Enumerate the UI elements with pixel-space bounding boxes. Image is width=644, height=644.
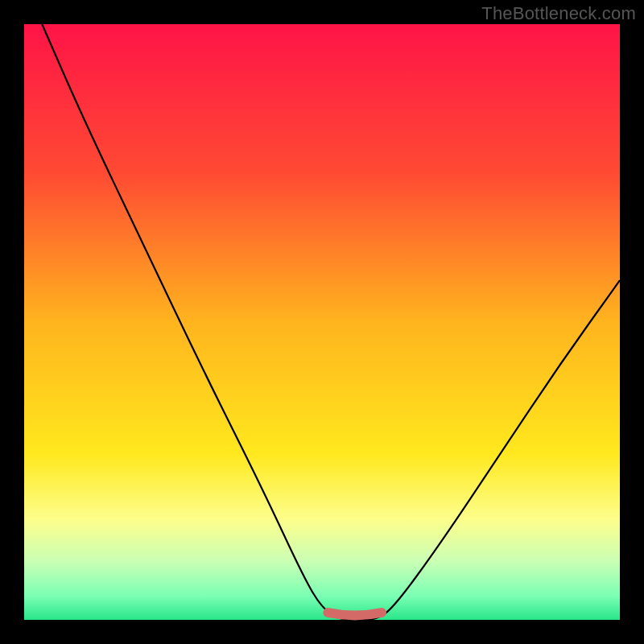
bottleneck-chart xyxy=(0,0,644,644)
watermark-text: TheBottleneck.com xyxy=(481,3,636,24)
optimal-zone-marker xyxy=(328,613,382,616)
chart-container: TheBottleneck.com xyxy=(0,0,644,644)
plot-background xyxy=(24,24,620,620)
